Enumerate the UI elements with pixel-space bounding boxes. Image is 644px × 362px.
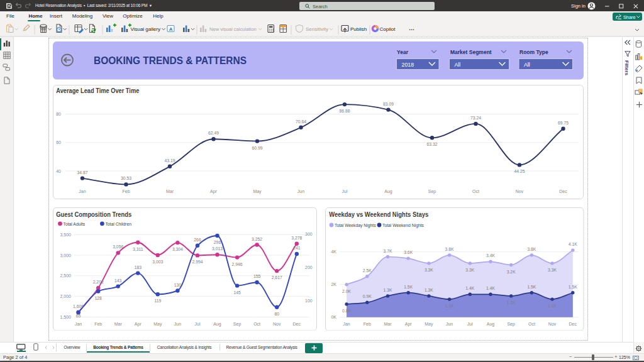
svg-text:1.5K: 1.5K (404, 284, 413, 288)
svg-text:65: 65 (76, 314, 81, 318)
svg-text:Feb: Feb (364, 322, 371, 326)
svg-text:3,013: 3,013 (212, 246, 223, 251)
svg-text:1.5K: 1.5K (527, 284, 536, 288)
svg-text:Total Adults: Total Adults (64, 221, 86, 226)
svg-text:3.2K: 3.2K (507, 269, 516, 273)
svg-text:Market Segment: Market Segment (450, 49, 492, 55)
svg-text:60: 60 (56, 140, 61, 145)
svg-text:3.4K: 3.4K (486, 253, 495, 258)
svg-text:100: 100 (305, 298, 313, 302)
svg-text:Jun: Jun (174, 322, 181, 326)
svg-text:0K: 0K (331, 315, 336, 319)
svg-text:Apr: Apr (210, 189, 218, 194)
svg-text:70.64: 70.64 (296, 119, 306, 123)
svg-text:Aug: Aug (487, 322, 495, 327)
svg-text:3,000: 3,000 (60, 253, 71, 257)
svg-text:2.5K: 2.5K (363, 268, 372, 272)
svg-text:80: 80 (274, 311, 279, 315)
svg-text:Oct: Oct (253, 322, 260, 326)
svg-text:30.53: 30.53 (121, 176, 131, 180)
svg-text:3.3K: 3.3K (425, 267, 433, 272)
svg-text:2,617: 2,617 (272, 275, 282, 280)
svg-text:Total Children: Total Children (105, 221, 131, 226)
svg-text:119: 119 (154, 299, 161, 303)
svg-text:Nov: Nov (516, 189, 524, 194)
svg-text:Oct: Oct (472, 189, 479, 194)
svg-text:69.75: 69.75 (558, 120, 569, 124)
svg-text:Weekday vs Weekend Nights Stay: Weekday vs Weekend Nights Stays (329, 211, 428, 218)
svg-text:86.88: 86.88 (339, 109, 350, 113)
svg-text:Nov: Nov (548, 322, 557, 326)
svg-text:2,500: 2,500 (60, 273, 71, 278)
svg-text:2K: 2K (331, 282, 336, 287)
svg-text:1.3K: 1.3K (384, 287, 392, 292)
svg-text:Jan: Jan (343, 322, 350, 326)
svg-text:BOOKING TRENDS & PATTERNS: BOOKING TRENDS & PATTERNS (94, 55, 247, 66)
svg-text:Aug: Aug (213, 322, 221, 327)
svg-text:Nov: Nov (273, 322, 281, 326)
svg-text:3,311: 3,311 (133, 246, 143, 251)
svg-text:Jun: Jun (446, 322, 453, 326)
svg-text:1,500: 1,500 (60, 314, 71, 319)
svg-text:Sep: Sep (507, 322, 515, 327)
svg-text:Sep: Sep (233, 322, 242, 327)
svg-text:Year: Year (397, 49, 409, 55)
svg-text:130: 130 (174, 282, 182, 287)
svg-text:Jan: Jan (75, 322, 82, 326)
svg-text:2,000: 2,000 (60, 294, 71, 299)
svg-text:43.19: 43.19 (164, 158, 175, 162)
svg-text:62.49: 62.49 (208, 131, 219, 135)
svg-text:266: 266 (194, 237, 201, 241)
svg-text:Feb: Feb (94, 322, 102, 326)
svg-text:3,056: 3,056 (113, 244, 123, 249)
svg-text:63.32: 63.32 (426, 142, 437, 146)
svg-text:128: 128 (95, 295, 103, 300)
svg-text:241: 241 (293, 246, 301, 250)
svg-text:1.1K: 1.1K (548, 304, 557, 308)
svg-text:2,946: 2,946 (232, 261, 243, 266)
svg-text:Sep: Sep (428, 189, 436, 194)
svg-text:Total Weekday Nights: Total Weekday Nights (335, 222, 376, 228)
svg-text:Room Type: Room Type (519, 49, 548, 55)
svg-text:155: 155 (253, 274, 261, 278)
svg-text:All: All (455, 62, 461, 68)
svg-text:3.6K: 3.6K (404, 250, 413, 255)
svg-text:Jan: Jan (79, 189, 86, 194)
svg-text:Jul: Jul (342, 189, 348, 194)
svg-text:44.25: 44.25 (514, 169, 525, 173)
svg-text:All: All (524, 62, 530, 68)
svg-text:4K: 4K (331, 250, 336, 254)
svg-text:Guest Composition Trends: Guest Composition Trends (56, 211, 131, 218)
svg-text:Dec: Dec (569, 322, 577, 326)
svg-text:3.7K: 3.7K (384, 248, 392, 253)
svg-text:Average Lead Time Over Time: Average Lead Time Over Time (56, 86, 139, 94)
svg-text:73.24: 73.24 (470, 115, 481, 119)
svg-text:Mar: Mar (166, 189, 174, 194)
svg-text:1.3K: 1.3K (507, 300, 516, 304)
svg-text:3.8K: 3.8K (527, 246, 536, 251)
svg-text:Aug: Aug (384, 189, 392, 194)
svg-text:May: May (253, 189, 262, 194)
svg-text:2.0K: 2.0K (342, 288, 351, 293)
svg-text:Jul: Jul (195, 322, 201, 326)
svg-text:Jul: Jul (467, 322, 473, 326)
svg-text:200: 200 (305, 265, 313, 270)
svg-text:2018: 2018 (402, 62, 414, 68)
svg-text:Apr: Apr (135, 322, 142, 327)
svg-text:80: 80 (56, 112, 61, 116)
svg-text:Jun: Jun (297, 189, 304, 194)
svg-text:May: May (153, 322, 162, 327)
svg-text:May: May (425, 322, 433, 327)
svg-text:145: 145 (233, 290, 241, 294)
svg-text:1.4K: 1.4K (465, 286, 474, 290)
svg-text:143: 143 (114, 278, 122, 282)
svg-text:40: 40 (56, 168, 61, 173)
svg-text:3,003: 3,003 (152, 259, 163, 263)
svg-text:60.99: 60.99 (252, 145, 262, 150)
svg-text:4.1K: 4.1K (569, 242, 577, 246)
svg-text:2,202: 2,202 (93, 280, 104, 284)
svg-text:Feb: Feb (122, 189, 130, 194)
svg-text:83.09: 83.09 (383, 101, 394, 106)
svg-text:1.1K: 1.1K (445, 304, 454, 308)
svg-text:0.9K: 0.9K (363, 294, 372, 299)
